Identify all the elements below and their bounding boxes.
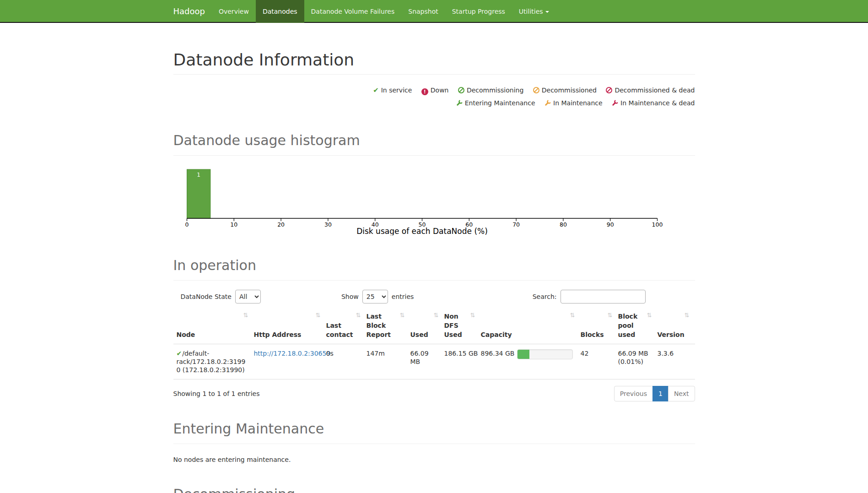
nav-item-utilities-label: Utilities xyxy=(519,8,543,15)
search-input[interactable] xyxy=(561,290,646,303)
legend-label: In Maintenance & dead xyxy=(620,99,695,107)
pagination: Previous 1 Next xyxy=(614,386,695,401)
nav-item-utilities[interactable]: Utilities xyxy=(512,0,556,23)
divider xyxy=(173,280,695,281)
nav-item-datanode-volume-failures[interactable]: Datanode Volume Failures xyxy=(304,0,402,23)
svg-text:100: 100 xyxy=(652,221,663,228)
sort-icon[interactable]: ⇅ xyxy=(356,311,361,320)
legend-label: Decommissioning xyxy=(467,87,523,94)
cell-last-contact: 0s xyxy=(326,344,367,379)
column-header-blocks[interactable]: ⇅Blocks xyxy=(581,309,618,344)
cell-used: 66.09 MB xyxy=(410,344,444,379)
check-icon: ✔ xyxy=(177,350,182,357)
in-operation-section: In operation DataNode State All Show 25 … xyxy=(173,257,695,401)
svg-text:30: 30 xyxy=(324,221,331,228)
sort-icon[interactable]: ⇅ xyxy=(434,311,439,320)
cell-http-address: http://172.18.0.2:30659 xyxy=(254,344,326,379)
cell-node: ✔/default-rack/172.18.0.2:31990 (172.18.… xyxy=(173,344,254,379)
table-info-text: Showing 1 to 1 of 1 entries xyxy=(173,390,260,397)
sort-icon[interactable]: ⇅ xyxy=(470,311,475,320)
svg-text:70: 70 xyxy=(512,221,520,228)
nav-item-overview[interactable]: Overview xyxy=(212,0,256,23)
legend-label: In service xyxy=(381,87,412,94)
sort-icon[interactable]: ⇅ xyxy=(647,311,652,320)
column-header-node[interactable]: ⇅Node xyxy=(173,309,254,344)
in-operation-title: In operation xyxy=(173,257,695,274)
sort-icon[interactable]: ⇅ xyxy=(608,311,613,320)
sort-icon[interactable]: ⇅ xyxy=(685,311,690,320)
cell-blocks: 42 xyxy=(581,344,618,379)
pagination-next-button[interactable]: Next xyxy=(668,386,695,401)
cell-last-block-report: 147m xyxy=(367,344,410,379)
page-length-select[interactable]: 25 xyxy=(362,290,388,303)
cell-non-dfs-used: 186.15 GB xyxy=(444,344,481,379)
table-header-row: ⇅Node ⇅Http Address ⇅Last contact ⇅Last … xyxy=(173,309,695,344)
svg-text:20: 20 xyxy=(277,221,285,228)
cell-version: 3.3.6 xyxy=(658,344,695,379)
x-axis-label: Disk usage of each DataNode (%) xyxy=(356,227,488,235)
pagination-page-1-button[interactable]: 1 xyxy=(652,386,669,401)
capacity-value: 896.34 GB xyxy=(481,349,515,358)
histogram-section: Datanode usage histogram 1 0 10 20 30 40… xyxy=(173,132,695,235)
legend-item: Decommissioned xyxy=(533,87,599,94)
table-controls: DataNode State All Show 25 entries Searc… xyxy=(173,290,695,303)
datanode-state-select[interactable]: All xyxy=(235,290,261,303)
pagination-previous-button[interactable]: Previous xyxy=(614,386,653,401)
nav-item-snapshot[interactable]: Snapshot xyxy=(401,0,445,23)
legend-label: Entering Maintenance xyxy=(465,99,535,107)
usage-histogram-chart: 1 0 10 20 30 40 50 60 70 80 90 100 Disk … xyxy=(173,163,695,235)
column-header-version[interactable]: ⇅Version xyxy=(658,309,695,344)
table-footer: Showing 1 to 1 of 1 entries Previous 1 N… xyxy=(173,386,695,401)
capacity-progress-bar xyxy=(517,349,573,359)
svg-text:10: 10 xyxy=(230,221,237,228)
svg-text:0: 0 xyxy=(185,221,189,228)
ban-icon xyxy=(533,87,539,93)
brand-link[interactable]: Hadoop xyxy=(173,0,212,23)
search-label: Search: xyxy=(533,293,557,300)
page-title: Datanode Information xyxy=(173,50,695,70)
nav-item-datanodes[interactable]: Datanodes xyxy=(256,0,304,23)
divider xyxy=(173,444,695,444)
capacity-bar-fill xyxy=(518,350,529,359)
datanode-http-link[interactable]: http://172.18.0.2:30659 xyxy=(254,350,331,357)
entering-maintenance-empty-text: No nodes are entering maintenance. xyxy=(173,456,695,463)
ban-icon xyxy=(606,87,612,93)
legend-item: In Maintenance xyxy=(545,99,604,107)
wrench-icon xyxy=(612,100,618,106)
legend-label: Decommissioned & dead xyxy=(615,87,695,94)
svg-text:90: 90 xyxy=(606,221,614,228)
legend-item: Entering Maintenance xyxy=(456,99,537,107)
column-header-block-pool-used[interactable]: ⇅Block pool used xyxy=(618,309,658,344)
caret-down-icon xyxy=(545,11,549,13)
datanodes-table: ⇅Node ⇅Http Address ⇅Last contact ⇅Last … xyxy=(173,309,695,379)
wrench-icon xyxy=(545,100,551,106)
cell-block-pool-used: 66.09 MB (0.01%) xyxy=(618,344,658,379)
column-header-non-dfs-used[interactable]: ⇅Non DFS Used xyxy=(444,309,481,344)
entries-label: entries xyxy=(392,293,414,300)
page-header: Datanode Information xyxy=(173,50,695,75)
column-header-used[interactable]: ⇅Used xyxy=(410,309,444,344)
sort-icon[interactable]: ⇅ xyxy=(316,311,321,320)
nav-item-startup-progress[interactable]: Startup Progress xyxy=(445,0,512,23)
column-header-last-block-report[interactable]: ⇅Last Block Report xyxy=(367,309,410,344)
show-label: Show xyxy=(341,293,359,300)
cell-capacity: 896.34 GB xyxy=(481,344,581,379)
entering-maintenance-title: Entering Maintenance xyxy=(173,421,695,437)
legend-item: In Maintenance & dead xyxy=(612,99,695,107)
legend-label: In Maintenance xyxy=(553,99,603,107)
column-header-http-address[interactable]: ⇅Http Address xyxy=(254,309,326,344)
sort-icon[interactable]: ⇅ xyxy=(570,311,575,320)
navbar: Hadoop Overview Datanodes Datanode Volum… xyxy=(0,0,868,23)
entering-maintenance-section: Entering Maintenance No nodes are enteri… xyxy=(173,421,695,463)
svg-text:80: 80 xyxy=(559,221,566,228)
column-header-last-contact[interactable]: ⇅Last contact xyxy=(326,309,367,344)
column-header-capacity[interactable]: ⇅Capacity xyxy=(481,309,581,344)
legend-item: Decommissioning xyxy=(458,87,526,94)
histogram-bar-count: 1 xyxy=(197,172,200,178)
check-icon: ✔ xyxy=(373,84,379,97)
node-state-legend: ✔In service !Down Decommissioning Decomm… xyxy=(173,84,695,109)
decommissioning-title: Decommissioning xyxy=(173,486,695,493)
sort-icon[interactable]: ⇅ xyxy=(243,311,248,320)
table-row: ✔/default-rack/172.18.0.2:31990 (172.18.… xyxy=(173,344,695,379)
sort-icon[interactable]: ⇅ xyxy=(400,311,405,320)
